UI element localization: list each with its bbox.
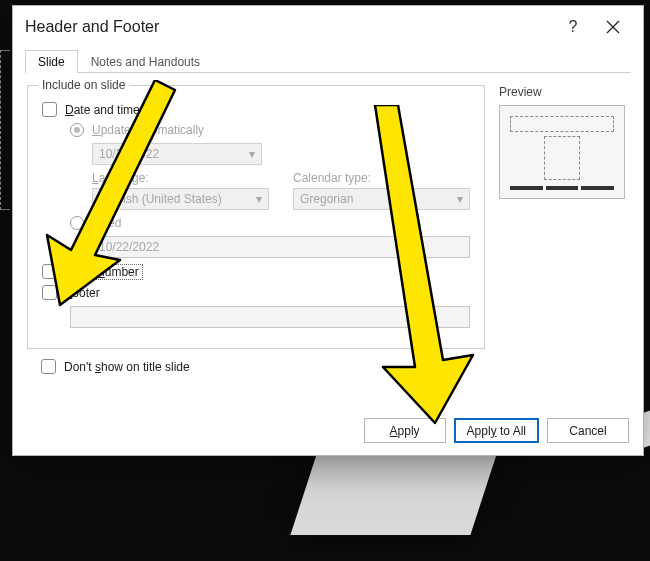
fixed-label: Fixed	[92, 216, 121, 230]
apply-to-all-button-label: Apply to All	[467, 424, 526, 438]
footer-text-input[interactable]	[70, 306, 470, 328]
preview-title-placeholder	[510, 116, 614, 132]
calendar-type-value: Gregorian	[300, 192, 457, 206]
fixed-radio[interactable]	[70, 216, 84, 230]
apply-button-label: Apply	[390, 424, 420, 438]
tab-slide[interactable]: Slide	[25, 50, 78, 73]
language-combo[interactable]: English (United States) ▾	[92, 188, 269, 210]
auto-date-combo[interactable]: 10/22/2022 ▾	[92, 143, 262, 165]
app-slide-edge	[0, 50, 10, 210]
chevron-down-icon: ▾	[457, 192, 463, 206]
date-time-checkbox[interactable]	[42, 102, 57, 117]
include-on-slide-group: Include on slide Date and time Update au…	[27, 85, 485, 349]
update-automatically-radio[interactable]	[70, 123, 84, 137]
footer-checkbox[interactable]	[42, 285, 57, 300]
fixed-date-input[interactable]: 10/22/2022	[92, 236, 470, 258]
close-button[interactable]	[593, 20, 633, 34]
slide-number-checkbox[interactable]	[42, 264, 57, 279]
date-time-label: Date and time	[65, 103, 140, 117]
auto-date-value: 10/22/2022	[99, 147, 249, 161]
apply-to-all-button[interactable]: Apply to All	[454, 418, 539, 443]
slide-number-label: Slide number	[65, 265, 142, 279]
tab-notes-handouts[interactable]: Notes and Handouts	[78, 50, 213, 73]
update-automatically-label: Update automatically	[92, 123, 204, 137]
app-slide-shape	[290, 445, 499, 535]
tabs: Slide Notes and Handouts	[13, 48, 643, 72]
header-footer-dialog: Header and Footer ? Slide Notes and Hand…	[12, 5, 644, 456]
include-legend: Include on slide	[38, 78, 129, 92]
calendar-type-label: Calendar type:	[293, 171, 470, 185]
preview-thumbnail	[499, 105, 625, 199]
chevron-down-icon: ▾	[249, 147, 255, 161]
dialog-titlebar: Header and Footer ?	[13, 6, 643, 48]
fixed-date-value: 10/22/2022	[99, 240, 159, 254]
preview-label: Preview	[499, 85, 629, 99]
close-icon	[606, 20, 620, 34]
language-value: English (United States)	[99, 192, 256, 206]
calendar-type-combo[interactable]: Gregorian ▾	[293, 188, 470, 210]
language-label: Language:	[92, 171, 269, 185]
chevron-down-icon: ▾	[256, 192, 262, 206]
dont-show-on-title-checkbox[interactable]	[41, 359, 56, 374]
apply-button[interactable]: Apply	[364, 418, 446, 443]
preview-body-placeholder	[544, 136, 580, 180]
cancel-button[interactable]: Cancel	[547, 418, 629, 443]
help-button[interactable]: ?	[553, 18, 593, 36]
dont-show-on-title-label: Don't show on title slide	[64, 360, 190, 374]
footer-label: Footer	[65, 286, 100, 300]
dialog-title: Header and Footer	[25, 18, 553, 36]
preview-footer-placeholders	[510, 186, 614, 190]
